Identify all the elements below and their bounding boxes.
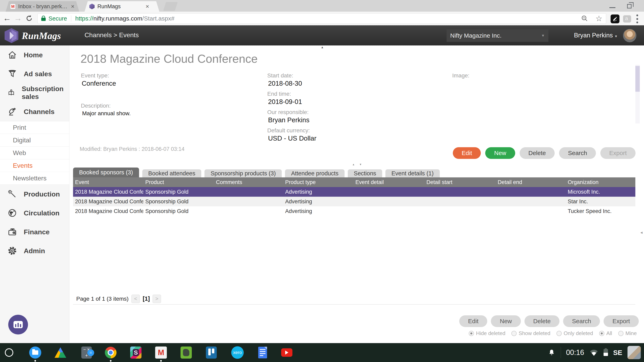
company-select[interactable]: Nifty Magazine Inc. ▼ <box>446 29 548 42</box>
wifi-icon[interactable] <box>590 349 598 356</box>
delete-button[interactable]: Delete <box>520 147 555 159</box>
tab-close-icon[interactable]: × <box>146 3 149 9</box>
radio-hide-deleted[interactable]: Hide deleted <box>469 330 505 337</box>
taskbar-avatar[interactable] <box>628 346 641 359</box>
tab-event-details[interactable]: Event details (1) <box>386 169 440 177</box>
radio-all[interactable]: All <box>599 330 612 337</box>
col-product-type[interactable]: Product type <box>283 179 354 185</box>
export-button[interactable]: Export <box>600 147 636 159</box>
taskbar-icon-drive[interactable] <box>54 346 66 359</box>
tab-close-icon[interactable]: × <box>71 3 74 9</box>
col-detail-end[interactable]: Detail end <box>496 179 566 185</box>
export-button[interactable]: Export <box>604 315 639 327</box>
col-organization[interactable]: Organization <box>566 179 635 185</box>
sidebar-item-events[interactable]: Events <box>0 159 69 172</box>
taskbar-icon-chrome[interactable] <box>104 346 117 359</box>
taskbar-icon-slack[interactable]: S <box>130 346 142 359</box>
splitter-up-icon[interactable]: ▲ <box>352 163 359 166</box>
new-button[interactable]: New <box>491 315 521 327</box>
prev-page-button[interactable]: < <box>132 295 140 303</box>
zoom-out-icon[interactable] <box>581 15 588 22</box>
sidebar-item-home[interactable]: Home <box>0 45 69 64</box>
chat-widget-button[interactable] <box>8 315 28 335</box>
keyboard-layout[interactable]: SE <box>613 349 622 357</box>
tab-sponsorship-products[interactable]: Sponsorship products (3) <box>204 169 282 177</box>
sidebar-item-circulation[interactable]: Circulation <box>0 204 69 222</box>
browser-tab-runmags[interactable]: RunMags × <box>84 1 160 12</box>
status-tray[interactable]: 00:16 SE <box>548 343 641 362</box>
col-product[interactable]: Product <box>143 179 214 185</box>
taskbar-icon-docs[interactable] <box>256 346 269 359</box>
clock[interactable]: 00:16 <box>566 348 584 357</box>
sidebar-item-print[interactable]: Print <box>0 121 69 134</box>
tab-sections[interactable]: Sections <box>348 169 382 177</box>
sidebar-item-subscription-sales[interactable]: Subscription sales <box>0 83 69 102</box>
radio-mine[interactable]: Mine <box>618 330 637 337</box>
taskbar-icon-files[interactable] <box>29 346 42 359</box>
radio-icon[interactable] <box>618 331 624 336</box>
new-button[interactable]: New <box>485 147 515 159</box>
taskbar-icon-youtube[interactable] <box>280 346 293 359</box>
radio-icon[interactable] <box>469 331 474 336</box>
notification-bell-icon[interactable] <box>548 349 556 357</box>
col-event[interactable]: Event <box>73 179 143 185</box>
splitter-arrows[interactable]: ▲▼ <box>352 163 366 166</box>
taskbar-icon-evernote[interactable] <box>180 346 192 359</box>
sidebar-item-ad-sales[interactable]: Ad sales <box>0 64 69 83</box>
battery-icon[interactable] <box>604 349 608 356</box>
hangouts-extension-icon[interactable] <box>623 15 631 22</box>
launcher-icon[interactable] <box>5 348 13 357</box>
scroll-left-icon[interactable]: ◀ <box>640 231 642 234</box>
col-event-detail[interactable]: Event detail <box>354 179 424 185</box>
reload-icon[interactable] <box>24 12 34 26</box>
user-avatar[interactable] <box>623 29 636 42</box>
col-detail-start[interactable]: Detail start <box>424 179 496 185</box>
sidebar-item-digital[interactable]: Digital <box>0 134 69 147</box>
radio-icon[interactable] <box>599 331 604 336</box>
restore-icon[interactable] <box>627 4 632 8</box>
tab-attendee-products[interactable]: Attendee products <box>285 169 344 177</box>
browser-menu-icon[interactable] <box>636 14 638 23</box>
radio-icon[interactable] <box>512 331 516 336</box>
forward-icon[interactable]: → <box>12 12 23 24</box>
tab-booked-attendees[interactable]: Booked attendees <box>142 169 202 177</box>
collapse-caret-icon[interactable]: ▲ <box>321 45 324 49</box>
next-page-button[interactable]: > <box>152 295 161 303</box>
current-page[interactable]: [1] <box>143 296 150 302</box>
minimize-icon[interactable] <box>610 7 616 8</box>
taskbar-icon-gmail[interactable]: M <box>155 346 167 359</box>
edit-button[interactable]: Edit <box>453 147 481 159</box>
search-button[interactable]: Search <box>563 315 600 327</box>
close-icon[interactable]: × <box>643 3 644 10</box>
sidebar-item-channels[interactable]: Channels <box>0 102 69 121</box>
edit-button[interactable]: Edit <box>459 315 488 327</box>
browser-tab-gmail[interactable]: M Inbox - bryan.perkins@nif × <box>6 1 79 12</box>
search-button[interactable]: Search <box>559 147 596 159</box>
new-tab-button[interactable] <box>163 2 178 11</box>
sidebar-item-web[interactable]: Web <box>0 147 69 159</box>
table-row[interactable]: 2018 Magazine Cloud Conference Sponsorsh… <box>73 206 635 216</box>
sidebar-item-admin[interactable]: Admin <box>0 241 69 260</box>
tab-booked-sponsors[interactable]: Booked sponsors (3) <box>73 168 139 177</box>
radio-icon[interactable] <box>556 331 562 336</box>
taskbar-icon-calculator[interactable]: − ×+ <box>80 346 93 359</box>
user-menu[interactable]: Bryan Perkins▼ <box>574 32 618 39</box>
radio-show-deleted[interactable]: Show deleted <box>512 330 550 337</box>
taskbar-icon-xero[interactable]: xero <box>231 346 244 359</box>
back-icon[interactable]: ← <box>2 12 12 24</box>
table-row[interactable]: 2018 Magazine Cloud Conference Sponsorsh… <box>73 187 635 197</box>
vertical-scrollbar[interactable] <box>635 65 640 123</box>
radio-only-deleted[interactable]: Only deleted <box>556 330 593 337</box>
taskbar-icon-trello[interactable] <box>205 346 218 359</box>
bookmark-star-icon[interactable]: ☆ <box>596 14 602 23</box>
url-bar[interactable]: Secure https://nifty.runmags.com/Start.a… <box>38 13 606 24</box>
sidebar-item-production[interactable]: Production <box>0 185 69 204</box>
sidebar-item-newsletters[interactable]: Newsletters <box>0 172 69 185</box>
sidebar-item-finance[interactable]: Finance <box>0 222 69 241</box>
clipper-extension-icon[interactable] <box>610 14 620 23</box>
col-comments[interactable]: Comments <box>214 179 283 185</box>
table-row[interactable]: 2018 Magazine Cloud Conference Sponsorsh… <box>73 197 635 206</box>
splitter-down-icon[interactable]: ▼ <box>359 163 366 166</box>
runmags-logo[interactable]: RunMags <box>4 28 61 43</box>
delete-button[interactable]: Delete <box>524 315 560 327</box>
